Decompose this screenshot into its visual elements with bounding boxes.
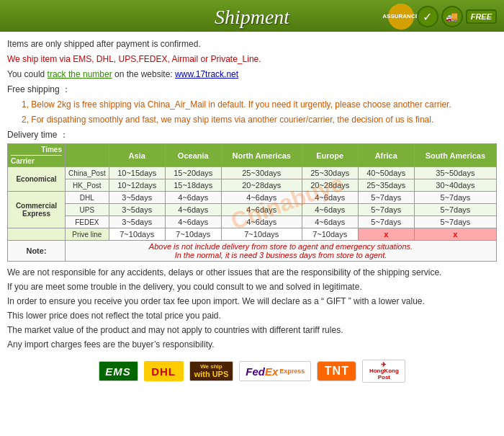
note-label: Note:: [8, 241, 66, 262]
cell-hkpost-africa: 25~35days: [358, 179, 414, 192]
cell-fedex-europe: 4~6days: [302, 216, 358, 228]
line-tracking: You could track the number on the websit…: [7, 68, 497, 81]
cell-ups-northam: 4~6days: [221, 204, 302, 216]
col-header-asia: Asia: [109, 144, 165, 167]
cell-prive-asia: 7~10days: [109, 228, 165, 241]
table-row: FEDEX 3~5days 4~6days 4~6days 4~6days 5~…: [8, 216, 497, 228]
cell-fedex-oceania: 4~6days: [165, 216, 221, 228]
cell-prive-africa: x: [358, 228, 414, 241]
cell-hkpost-oceania: 15~18days: [165, 179, 221, 192]
cell-chinapost-europe: 25~30days: [302, 167, 358, 179]
truck-icon: 🚚: [441, 6, 463, 27]
track-link[interactable]: track the number: [48, 69, 112, 79]
dhl-logo: DHL: [144, 361, 184, 381]
carrier-hk-post: HK_Post: [66, 179, 109, 192]
shipping-table-container: Chinabuye Times Carrier Asia Oceania Nor…: [7, 143, 497, 262]
table-row: CommercialExpress DHL 3~5days 4~6days 4~…: [8, 192, 497, 204]
check-icon: ✓: [417, 6, 438, 27]
cell-dhl-oceania: 4~6days: [165, 192, 221, 204]
table-row: UPS 3~5days 4~6days 4~6days 4~6days 5~7d…: [8, 204, 497, 216]
bottom-line-2: If you are meet some trouble in the deli…: [7, 280, 497, 293]
tnt-logo: TNT: [317, 361, 356, 381]
footer-logos: EMS DHL We ship with UPS FedEx Express T…: [7, 357, 497, 386]
col-header-north-americas: North Americas: [221, 144, 302, 167]
cell-chinapost-northam: 25~30days: [221, 167, 302, 179]
cell-dhl-africa: 5~7days: [358, 192, 414, 204]
col-header-south-americas: South Americas: [414, 144, 496, 167]
shipping-table: Times Carrier Asia Oceania North America…: [7, 143, 497, 262]
table-row: Prive line 7~10days 7~10days 7~10days 7~…: [8, 228, 497, 241]
line-payment: Items are only shipped after payment is …: [7, 37, 497, 50]
cell-prive-northam: 7~10days: [221, 228, 302, 241]
note-content: Above is not include delivery from store…: [66, 241, 497, 262]
cell-ups-southam: 5~7days: [414, 204, 496, 216]
free-shipping-2: 2, For dispathing smoothly and fast, we …: [7, 113, 497, 126]
cell-prive-oceania: 7~10days: [165, 228, 221, 241]
cell-chinapost-asia: 10~15days: [109, 167, 165, 179]
line-carriers: We ship item via EMS, DHL, UPS,FEDEX, Ai…: [7, 53, 497, 66]
carrier-china-post: China_Post: [66, 167, 109, 179]
cell-hkpost-northam: 20~28days: [221, 179, 302, 192]
note-row: Note: Above is not include delivery from…: [8, 241, 497, 262]
col-header-africa: Africa: [358, 144, 414, 167]
cell-chinapost-africa: 40~50days: [358, 167, 414, 179]
fedex-logo: FedEx Express: [239, 361, 311, 381]
header-icons: ASSURANCE ✓ 🚚 FREE: [388, 4, 497, 30]
cell-hkpost-europe: 20~28days: [302, 179, 358, 192]
free-badge: FREE: [466, 9, 497, 24]
tracking-url[interactable]: www.17track.net: [175, 69, 238, 79]
cell-dhl-southam: 5~7days: [414, 192, 496, 204]
corner-times-label: Times: [11, 146, 62, 154]
main-content: Items are only shipped after payment is …: [0, 32, 504, 391]
cell-fedex-northam: 4~6days: [221, 216, 302, 228]
cell-ups-oceania: 4~6days: [165, 204, 221, 216]
cell-fedex-southam: 5~7days: [414, 216, 496, 228]
bottom-line-1: We are not responsible for any accidents…: [7, 266, 497, 279]
col-header-europe: Europe: [302, 144, 358, 167]
carrier-ups: UPS: [66, 204, 109, 216]
cell-chinapost-southam: 35~50days: [414, 167, 496, 179]
table-row: Economical China_Post 10~15days 15~20day…: [8, 167, 497, 179]
bottom-section: We are not responsible for any accidents…: [7, 266, 497, 351]
assurance-badge: ASSURANCE: [388, 4, 414, 30]
cell-ups-africa: 5~7days: [358, 204, 414, 216]
cell-fedex-africa: 5~7days: [358, 216, 414, 228]
col-header-carrier: [66, 144, 109, 167]
delivery-time-header: Delivery time ：: [7, 128, 497, 141]
cell-dhl-europe: 4~6days: [302, 192, 358, 204]
bottom-line-5: The market value of the product and may …: [7, 324, 497, 337]
ups-logo: We ship with UPS: [189, 361, 234, 381]
cell-prive-europe: 7~10days: [302, 228, 358, 241]
bottom-line-3: In order to ensure you receive you order…: [7, 295, 497, 308]
carrier-dhl: DHL: [66, 192, 109, 204]
cell-chinapost-oceania: 15~20days: [165, 167, 221, 179]
cell-prive-southam: x: [414, 228, 496, 241]
cell-dhl-northam: 4~6days: [221, 192, 302, 204]
corner-carrier-label: Carrier: [11, 157, 62, 165]
page-header: Shipment ASSURANCE ✓ 🚚 FREE: [0, 0, 504, 32]
hongkong-post-logo: ✈ HongKongPost: [362, 360, 405, 383]
carrier-group-commercial: CommercialExpress: [8, 192, 66, 228]
cell-ups-asia: 3~5days: [109, 204, 165, 216]
cell-dhl-asia: 3~5days: [109, 192, 165, 204]
table-row: HK_Post 10~12days 15~18days 20~28days 20…: [8, 179, 497, 192]
carrier-group-prive: [8, 228, 66, 241]
cell-fedex-asia: 3~5days: [109, 216, 165, 228]
bottom-line-4: This lower price does not reflect the to…: [7, 309, 497, 322]
corner-header: Times Carrier: [8, 144, 66, 167]
carrier-group-economical: Economical: [8, 167, 66, 192]
free-shipping-1: 1, Below 2kg is free shipping via China_…: [7, 98, 497, 111]
bottom-line-6: Any import charges fees are the buyer’s …: [7, 338, 497, 351]
cell-ups-europe: 4~6days: [302, 204, 358, 216]
cell-hkpost-southam: 30~40days: [414, 179, 496, 192]
free-shipping-header: Free shipping ：: [7, 83, 497, 96]
carrier-fedex: FEDEX: [66, 216, 109, 228]
ems-logo: EMS: [99, 361, 138, 381]
carrier-prive: Prive line: [66, 228, 109, 241]
cell-hkpost-asia: 10~12days: [109, 179, 165, 192]
col-header-oceania: Oceania: [165, 144, 221, 167]
